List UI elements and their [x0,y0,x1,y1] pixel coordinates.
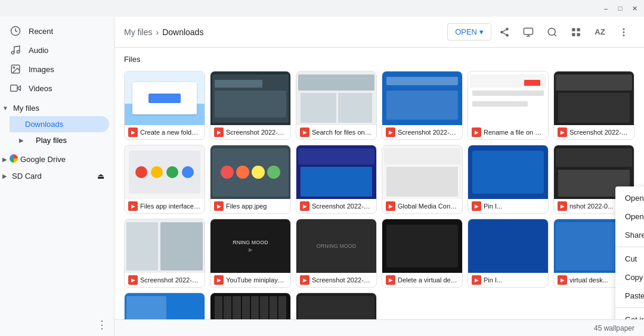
file-card[interactable]: RNING MOOD ▶ ▶ YouTube miniplayer... [210,219,291,288]
ctx-divider [615,247,644,247]
file-type-icon: ▶ [300,127,309,137]
file-card[interactable]: ▶ Files app interface ... [124,145,205,214]
share-button[interactable] [494,21,515,43]
minimize-button[interactable]: – [601,4,611,13]
file-thumbnail [210,71,290,125]
svg-point-22 [623,31,625,33]
context-menu: Open with Gallery Open with... › Share C… [615,186,644,319]
file-card[interactable]: ▶ Delete a virtual des... [382,219,463,288]
file-card[interactable]: ▶ ... [124,293,205,319]
file-card[interactable]: ▶ Screenshot 2022-0... [210,71,291,140]
search-button[interactable] [541,21,563,43]
file-type-icon: ▶ [472,201,481,211]
breadcrumb-current: Downloads [162,27,203,37]
sidebar-label-myfiles: My files [13,104,39,113]
file-card[interactable]: ▶ Search for files on a... [296,71,377,140]
svg-point-9 [506,34,509,37]
file-name: YouTube miniplayer... [226,276,287,284]
file-name: virtual desk... [569,276,608,284]
more-menu-button[interactable] [613,21,634,43]
svg-point-4 [13,67,14,68]
sidebar-label-googledrive: Google Drive [20,155,66,164]
file-thumbnail: RNING MOOD ▶ [210,219,290,273]
video-icon [10,82,21,94]
file-card[interactable]: ▶ Pin I... [467,219,549,288]
sidebar-label-images: Images [29,65,54,74]
maximize-button[interactable]: □ [615,4,625,13]
sidebar-item-downloads[interactable]: Downloads [10,116,109,132]
ctx-label: Paste [625,291,644,300]
sidebar-item-images[interactable]: Images [0,60,109,79]
file-card[interactable]: ▶ Screenshot 2022-0... [382,71,463,140]
grid-view-button[interactable] [565,21,587,43]
content-area: Files ▶ Create a new folder ... [114,48,644,319]
ctx-label: Open with Gallery [625,194,644,203]
file-thumbnail [125,145,205,199]
ctx-open-gallery[interactable]: Open with Gallery [615,189,644,207]
sidebar-label-audio: Audio [29,46,48,55]
svg-rect-6 [11,85,17,92]
file-thumbnail [554,71,634,125]
file-name: Search for files on a... [312,129,373,136]
sidebar-item-recent[interactable]: Recent [0,21,109,41]
ctx-open-with[interactable]: Open with... › [615,207,644,226]
ctx-label: Open with... [625,212,644,221]
file-type-icon: ▶ [386,275,395,285]
eject-icon[interactable]: ⏏ [97,172,104,181]
ctx-divider [615,307,644,308]
ctx-label: Get info [625,315,644,319]
sidebar-item-videos[interactable]: Videos [0,79,109,98]
file-thumbnail [468,71,548,125]
sidebar-item-playfiles[interactable]: ▶ Play files [10,132,109,148]
files-section-label: Files [124,55,634,64]
sort-button[interactable]: AZ [589,21,611,43]
sidebar-item-googledrive[interactable]: ▶ Google Drive [0,151,109,168]
ctx-paste[interactable]: Paste Ctrl+V [615,287,644,305]
file-card[interactable]: ▶ Screenshot 2022-0... [296,145,377,214]
ctx-copy[interactable]: Copy Ctrl+C [615,268,644,287]
file-card[interactable]: ▶ ... [210,293,291,319]
close-button[interactable]: ✕ [630,4,639,13]
file-footer: ▶ Rename a file on Ch... [468,125,548,139]
file-thumbnail: ORNING MOOD [296,219,376,273]
file-footer: ▶ Global Media Contr... [382,199,462,213]
myfiles-subitems: Downloads ▶ Play files [0,116,114,148]
sidebar-label-downloads: Downloads [25,120,63,129]
sidebar-item-sdcard[interactable]: ▶ SD Card ⏏ [0,168,109,184]
breadcrumb-parent[interactable]: My files [124,27,152,37]
ctx-share[interactable]: Share [615,226,644,244]
tablet-view-button[interactable] [518,21,539,43]
breadcrumb: My files › Downloads [124,27,442,37]
sidebar-item-audio[interactable]: Audio [0,41,109,60]
open-button[interactable]: OPEN ▾ [447,23,491,41]
file-type-icon: ▶ [386,201,395,211]
file-card[interactable]: ▶ ... [296,293,377,319]
file-type-icon: ▶ [128,275,138,285]
file-type-icon: ▶ [558,201,567,211]
file-card[interactable]: ▶ Global Media Contr... [382,145,463,214]
file-card[interactable]: ▶ Screenshot 2022-0... [553,71,634,140]
svg-line-16 [554,34,556,36]
ctx-get-info[interactable]: Get info Space [615,310,644,319]
file-name: Screenshot 2022-0... [226,129,287,136]
file-thumbnail [382,71,462,125]
file-card[interactable]: ▶ Pin I... [467,145,549,214]
sidebar-more-icon[interactable]: ⋮ [97,318,107,331]
file-card[interactable]: ▶ Rename a file on Ch... [467,71,549,140]
file-card[interactable]: ▶ Screenshot 2022-0... [124,219,205,288]
file-name: Rename a file on Ch... [484,129,544,136]
file-thumbnail [468,219,548,273]
file-type-icon: ▶ [472,127,481,137]
status-bar: 45 wallpaper [114,319,644,336]
file-card[interactable]: ▶ Files app.jpeg [210,145,291,214]
file-thumbnail [296,71,376,125]
file-thumbnail [382,219,462,273]
file-name: Screenshot 2022-0... [312,203,373,210]
file-card[interactable]: ▶ Create a new folder ... [124,71,205,140]
image-icon [10,63,21,75]
file-type-icon: ▶ [128,201,138,211]
file-card[interactable]: ORNING MOOD ▶ Screenshot 2022-0... [296,219,377,288]
ctx-cut[interactable]: Cut Ctrl+X [615,250,644,268]
sidebar-item-myfiles[interactable]: ▼ My files [0,100,109,116]
file-type-icon: ▶ [386,127,395,137]
